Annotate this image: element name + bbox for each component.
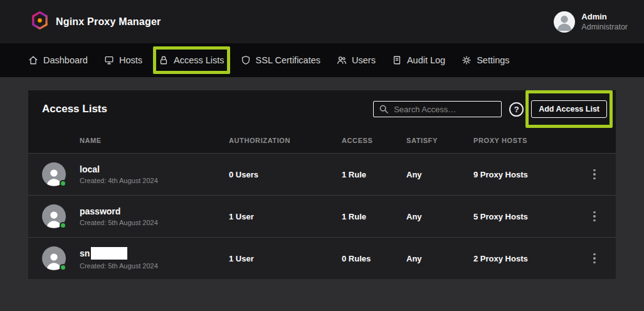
access-cell: 1 Rule xyxy=(342,170,406,179)
col-access: ACCESS xyxy=(342,137,406,144)
user-name: Admin xyxy=(581,12,628,21)
nav-item-access-lists[interactable]: Access Lists xyxy=(159,55,224,65)
name-cell: sn Created: 5th August 2024 xyxy=(80,247,229,270)
home-icon xyxy=(28,55,38,65)
nav-item-ssl-certificates[interactable]: SSL Certificates xyxy=(241,55,320,65)
add-access-list-button[interactable]: Add Access List xyxy=(531,100,607,118)
col-authorization: AUTHORIZATION xyxy=(229,137,342,144)
nav-label: Access Lists xyxy=(174,55,224,65)
row-avatar xyxy=(42,204,66,228)
satisfy-cell: Any xyxy=(406,254,473,263)
access-cell: 0 Rules xyxy=(342,254,406,263)
satisfy-cell: Any xyxy=(406,212,473,221)
authorization-cell: 1 User xyxy=(229,254,342,263)
app-logo-icon xyxy=(31,11,48,32)
brand: Nginx Proxy Manager xyxy=(31,11,161,32)
page-title: Access Lists xyxy=(42,103,107,115)
user-meta: Admin Administrator xyxy=(581,12,628,31)
nav-item-settings[interactable]: Settings xyxy=(462,55,509,65)
nav-label: Users xyxy=(352,55,376,65)
card-header: Access Lists ? Add Access List xyxy=(28,90,616,128)
row-avatar xyxy=(42,162,66,186)
col-satisfy: SATISFY xyxy=(406,137,473,144)
nav-label: Audit Log xyxy=(407,55,445,65)
add-access-list-wrap: Add Access List xyxy=(531,100,607,118)
proxy-hosts-cell: 9 Proxy Hosts xyxy=(473,170,577,179)
nav-label: Settings xyxy=(477,55,509,65)
nav-label: Hosts xyxy=(119,55,142,65)
name-cell: local Created: 4th August 2024 xyxy=(80,164,229,184)
app-header: Nginx Proxy Manager Admin Administrator xyxy=(0,0,644,43)
col-name: NAME xyxy=(80,137,229,144)
user-menu[interactable]: Admin Administrator xyxy=(554,11,628,33)
nav-label: SSL Certificates xyxy=(256,55,320,65)
kebab-menu-icon[interactable] xyxy=(587,167,602,182)
row-avatar xyxy=(42,246,66,270)
access-list-name: password xyxy=(80,206,229,216)
online-status-dot xyxy=(60,222,66,229)
nav-item-users[interactable]: Users xyxy=(337,55,376,65)
access-cell: 1 Rule xyxy=(342,212,406,221)
search-icon xyxy=(379,104,389,117)
proxy-hosts-cell: 5 Proxy Hosts xyxy=(473,212,577,221)
user-avatar xyxy=(554,11,575,33)
nav-item-audit-log[interactable]: Audit Log xyxy=(392,55,445,65)
access-lists-card: Access Lists ? Add Access List xyxy=(28,90,616,279)
main-nav: Dashboard Hosts Access Lists SSL Certifi… xyxy=(0,43,644,77)
user-role: Administrator xyxy=(581,23,628,31)
lock-icon xyxy=(159,55,169,65)
nav-item-hosts[interactable]: Hosts xyxy=(104,55,142,65)
online-status-dot xyxy=(60,180,66,187)
search-input[interactable] xyxy=(373,101,502,117)
table-row[interactable]: sn Created: 5th August 2024 1 User 0 Rul… xyxy=(28,237,616,279)
nav-label: Dashboard xyxy=(43,55,88,65)
card-controls: ? Add Access List xyxy=(373,100,607,118)
table-row[interactable]: password Created: 5th August 2024 1 User… xyxy=(28,195,616,237)
table-row[interactable]: local Created: 4th August 2024 0 Users 1… xyxy=(28,153,616,195)
access-list-name: sn xyxy=(80,247,229,260)
created-date: Created: 4th August 2024 xyxy=(80,177,229,184)
main-content: Access Lists ? Add Access List xyxy=(0,77,644,292)
col-proxy-hosts: PROXY HOSTS xyxy=(473,137,577,144)
created-date: Created: 5th August 2024 xyxy=(80,262,229,270)
gear-icon xyxy=(462,55,472,65)
table-header: NAME AUTHORIZATION ACCESS SATISFY PROXY … xyxy=(28,128,616,153)
online-status-dot xyxy=(60,264,66,271)
authorization-cell: 0 Users xyxy=(229,170,342,179)
search-box xyxy=(373,101,502,117)
created-date: Created: 5th August 2024 xyxy=(80,219,229,226)
shield-icon xyxy=(241,55,251,65)
access-list-name: local xyxy=(80,164,229,174)
app-title: Nginx Proxy Manager xyxy=(56,16,161,28)
redaction-box xyxy=(91,247,127,260)
monitor-icon xyxy=(104,55,114,65)
kebab-menu-icon[interactable] xyxy=(587,209,602,224)
kebab-menu-icon[interactable] xyxy=(587,251,602,266)
users-icon xyxy=(337,55,347,65)
satisfy-cell: Any xyxy=(406,170,473,179)
name-cell: password Created: 5th August 2024 xyxy=(80,206,229,226)
book-icon xyxy=(392,55,402,65)
authorization-cell: 1 User xyxy=(229,212,342,221)
help-icon[interactable]: ? xyxy=(509,102,524,117)
proxy-hosts-cell: 2 Proxy Hosts xyxy=(473,254,577,263)
nav-item-dashboard[interactable]: Dashboard xyxy=(28,55,88,65)
